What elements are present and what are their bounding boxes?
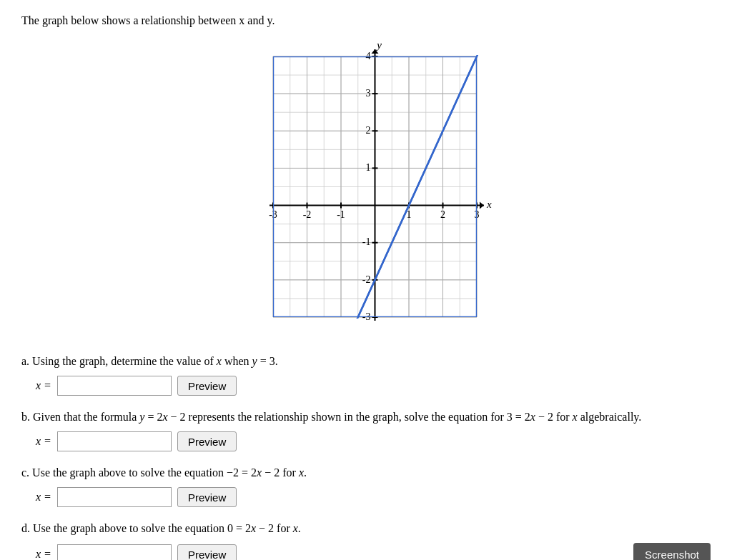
answer-row-d: x = Preview Screenshot xyxy=(36,543,711,560)
graph-container xyxy=(21,39,711,339)
question-d: d. Use the graph above to solve the equa… xyxy=(21,520,711,560)
preview-button-c[interactable]: Preview xyxy=(177,487,237,507)
question-c: c. Use the graph above to solve the equa… xyxy=(21,464,711,507)
x-label-d: x = xyxy=(36,548,51,560)
preview-button-d[interactable]: Preview xyxy=(177,544,237,560)
x-label-c: x = xyxy=(36,491,51,504)
preview-button-a[interactable]: Preview xyxy=(177,376,237,396)
question-c-text: c. Use the graph above to solve the equa… xyxy=(21,464,711,481)
coordinate-graph xyxy=(237,39,495,339)
question-a: a. Using the graph, determine the value … xyxy=(21,353,711,396)
answer-input-a[interactable] xyxy=(57,376,172,396)
answer-row-a: x = Preview xyxy=(36,376,711,396)
x-label-a: x = xyxy=(36,379,51,392)
answer-input-d[interactable] xyxy=(57,544,172,560)
screenshot-button[interactable]: Screenshot xyxy=(633,543,711,560)
preview-button-b[interactable]: Preview xyxy=(177,431,237,451)
x-label-b: x = xyxy=(36,435,51,448)
question-a-text: a. Using the graph, determine the value … xyxy=(21,353,711,370)
answer-input-c[interactable] xyxy=(57,487,172,507)
answer-row-c: x = Preview xyxy=(36,487,711,507)
question-b-text: b. Given that the formula y = 2x − 2 rep… xyxy=(21,409,711,426)
question-b: b. Given that the formula y = 2x − 2 rep… xyxy=(21,409,711,451)
question-d-text: d. Use the graph above to solve the equa… xyxy=(21,520,711,537)
answer-row-b: x = Preview xyxy=(36,431,711,451)
answer-input-b[interactable] xyxy=(57,431,172,451)
intro-text: The graph below shows a relationship bet… xyxy=(21,14,711,27)
